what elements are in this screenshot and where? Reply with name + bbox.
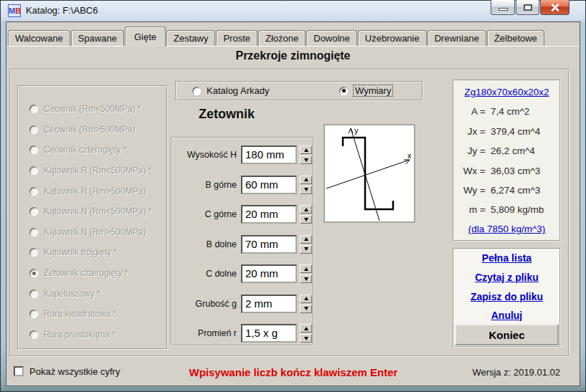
radio-icon [29,166,38,175]
thickness-input[interactable]: 2 mm [241,295,297,313]
tab-bar: Walcowane Spawane Gięte Zestawy Proste Z… [8,25,545,46]
tab-giete[interactable]: Gięte [125,27,166,47]
spin-up-icon [304,297,308,300]
show-all-digits-row: Pokaż wszystkie cyfry [14,365,120,377]
full-list-link[interactable]: Pełna lista [454,252,559,267]
result-row-mass: m =5,809 kg/mb [454,204,559,217]
tab-proste[interactable]: Proste [216,30,257,46]
spin-down-button[interactable] [300,186,312,194]
spin-up-button[interactable] [300,145,312,154]
minimize-button[interactable] [491,0,515,15]
tab-walcowane[interactable]: Walcowane [8,30,70,46]
profile-type-list: Ceownik (Rm<500MPa) * Ceownik (Rm>500MPa… [17,85,168,350]
dimension-row-c-bottom: C dolne 20 mm [172,264,313,283]
dimension-row-b-bottom: B dolne 70 mm [172,235,313,254]
tab-dowolne[interactable]: Dowolne [306,30,357,46]
status-message: Wpisywanie liczb kończ klawiszem Enter [114,366,473,378]
cancel-link[interactable]: Anuluj [454,310,559,324]
spin-down-button[interactable] [300,245,312,254]
radio-selected-icon [29,269,38,277]
spin-up-button[interactable] [300,324,312,333]
spin-down-icon [304,158,308,162]
profile-option-ceownik-rm-lt500: Ceownik (Rm<500MPa) * [19,99,166,120]
spin-up-button[interactable] [300,205,312,214]
b-bottom-input[interactable]: 70 mm [241,235,297,254]
radio-icon [29,330,38,339]
dimensions-form: Wysokość H 180 mm B górne 60 mm C górne … [171,137,314,346]
radio-icon [29,187,38,196]
spin-up-icon [304,148,308,152]
radio-icon [192,87,201,95]
results-panel: Zg180x70x60x20x2 A =7,4 cm^2 Jx =379,4 c… [453,80,561,242]
height-input[interactable]: 180 mm [241,145,297,164]
window-title: Katalog: F:\ABC6 [26,5,98,16]
spin-up-icon [304,237,308,241]
tab-zestawy[interactable]: Zestawy [166,30,215,46]
spin-down-button[interactable] [300,334,312,343]
radio-icon [29,290,38,298]
result-row-jy: Jy =26,2 cm^4 [454,145,559,158]
profile-option-katownik-trojgiety: Kątownik trójgięty * [19,242,166,263]
spin-down-icon [304,247,308,251]
title-bar[interactable]: MB Katalog: F:\ABC6 [0,0,586,21]
spin-up-button[interactable] [300,176,312,184]
profile-option-katownik-n-gt500: Kątownik N (Rm>500MPa) [19,222,166,243]
radius-input[interactable]: 1,5 x g [241,324,297,343]
result-row-wy: Wy =6,274 cm^3 [454,185,559,198]
spin-up-button[interactable] [300,264,312,273]
radio-icon [29,248,38,257]
tab-uzebrowanie[interactable]: Użebrowanie [358,30,427,46]
spin-down-button[interactable] [300,156,312,164]
spin-up-button[interactable] [300,295,312,303]
read-from-file-link[interactable]: Czytaj z pliku [454,272,559,286]
maximize-button[interactable] [516,0,539,15]
end-button[interactable]: Koniec [455,324,559,345]
radio-icon [29,228,38,236]
section-title: Zetownik [199,107,255,122]
profile-option-katownik-n-lt500: Kątownik N (Rm<500MPa) * [19,201,166,222]
radio-icon [29,105,38,113]
radio-wymiary[interactable]: Wymiary [339,85,392,96]
client-area: Walcowane Spawane Gięte Zestawy Proste Z… [6,21,580,386]
dimension-row-height: Wysokość H 180 mm [172,145,313,164]
tab-drewniane[interactable]: Drewniane [427,30,486,46]
spin-down-icon [304,277,308,281]
density-link[interactable]: (dla 7850 kg/m^3) [454,224,559,234]
close-icon [549,1,561,13]
tab-zelbetowe[interactable]: Żelbetowe [487,30,544,46]
spin-down-icon [304,188,308,191]
c-bottom-input[interactable]: 20 mm [241,264,297,283]
minimize-icon [498,8,508,11]
profile-option-katownik-r-gt500: Kątownik R (Rm>500MPa) [19,181,166,201]
spin-up-icon [304,208,308,211]
radio-selected-icon [339,87,348,95]
result-row-area: A =7,4 cm^2 [454,106,559,119]
show-digits-checkbox[interactable] [14,366,24,376]
designation-link[interactable]: Zg180x70x60x20x2 [454,87,559,97]
b-top-input[interactable]: 60 mm [241,176,297,194]
spin-down-button[interactable] [300,305,312,313]
close-button[interactable] [540,0,570,15]
spin-down-icon [304,337,308,340]
spin-up-icon [304,267,308,271]
radio-icon [29,207,38,216]
tab-zlozone[interactable]: Złożone [258,30,306,46]
save-to-file-link[interactable]: Zapisz do pliku [454,291,559,305]
radio-katalog-arkady[interactable]: Katalog Arkady [192,85,269,96]
tab-baseline [6,46,580,47]
spin-up-button[interactable] [300,235,312,244]
result-row-jx: Jx =379,4 cm^4 [454,126,559,139]
checkbox-label: Pokaż wszystkie cyfry [29,366,120,377]
dimension-row-radius: Promień r 1,5 x g [172,324,313,343]
tab-spawane[interactable]: Spawane [71,30,124,46]
app-icon: MB [8,4,21,17]
spin-down-button[interactable] [300,215,312,224]
profile-option-zetownik-czterogiety: Zetownik czterogięty * [19,263,166,284]
c-top-input[interactable]: 20 mm [241,205,297,224]
spin-down-icon [304,218,308,221]
page-title: Przekroje zimnogięte [6,49,580,62]
profile-option-ceownik-czterogiety: Ceownik czterogięty * [19,140,166,161]
radio-icon [29,310,38,318]
spin-down-button[interactable] [300,274,312,283]
profile-option-ceownik-rm-gt500: Ceownik (Rm>500MPa) [19,120,166,140]
